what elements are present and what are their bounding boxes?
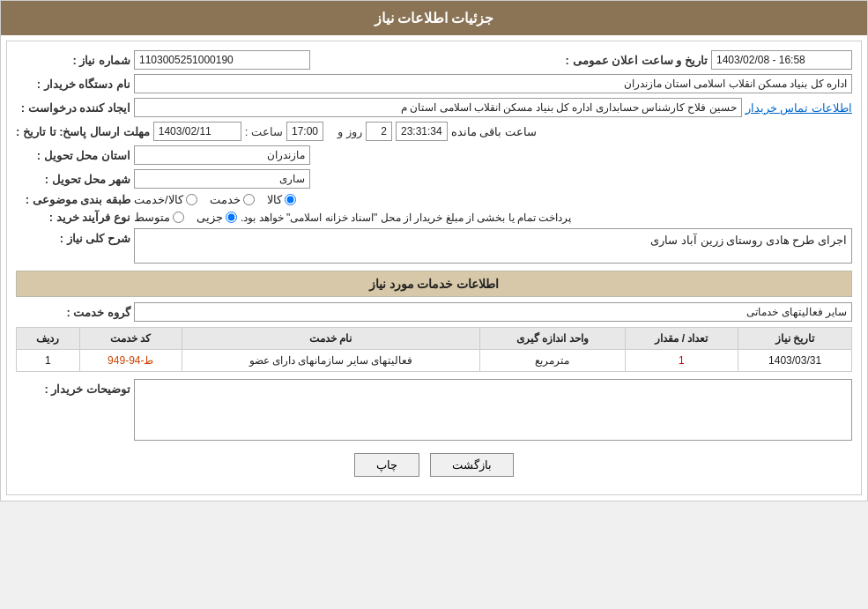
row-sharhKoli: شرح کلی نیاز : اجرای طرح هادی روستای زری… [16, 228, 852, 264]
countdown-value: 23:31:34 [396, 122, 448, 141]
row-namDasgah: نام دستگاه خریدار : اداره کل بنیاد مسکن … [16, 74, 852, 93]
col-kodKhedmat: کد خدمت [79, 328, 182, 350]
section-khadamat-title: اطلاعات خدمات مورد نیاز [16, 271, 852, 297]
cell-radif: 1 [17, 350, 80, 372]
cell-tedad: 1 [625, 350, 738, 372]
sharhKoli-box: اجرای طرح هادی روستای زرین آباد ساری [134, 228, 852, 264]
roz-label: روز و [327, 125, 362, 138]
row-shomareNiaz: شماره نیاز : 1103005251000190 تاریخ و سا… [16, 50, 852, 70]
row-tosih: توضیحات خریدار : [16, 379, 852, 441]
row-mohlatIrsal: مهلت ارسال پاسخ: تا تاریخ : 1403/02/11 س… [16, 122, 852, 141]
cell-namKhedmat: فعالیتهای سایر سازمانهای دارای عضو [182, 350, 479, 372]
radio-kalaKhedmat-label: کالا/خدمت [134, 193, 183, 206]
col-vahed: واحد اندازه گیری [479, 328, 625, 350]
radio-khedmat: خدمت [210, 193, 255, 206]
groheKhadamat-value: سایر فعالیتهای خدماتی [134, 302, 852, 322]
services-table: تاریخ نیاز تعداد / مقدار واحد اندازه گیر… [16, 327, 852, 372]
saat-label: ساعت : [245, 125, 283, 138]
ijadKonande-label: ایجاد کننده درخواست : [16, 101, 130, 115]
row-ostan: استان محل تحویل : مازندران [16, 145, 852, 165]
mohlatIrsal-label: مهلت ارسال پاسخ: تا تاریخ : [16, 125, 150, 138]
ostan-label: استان محل تحویل : [16, 149, 130, 162]
groheKhadamat-label: گروه خدمت : [16, 306, 130, 319]
radio-jozi-input[interactable] [226, 212, 237, 223]
row-shahr: شهر محل تحویل : ساری [16, 169, 852, 189]
row-tabaghe: طبقه بندی موضوعی : کالا/خدمت خدمت کالا [16, 193, 852, 206]
tarikh2-value: 1403/02/11 [153, 122, 241, 141]
radio-kala-input[interactable] [285, 194, 296, 205]
tarikh-label: تاریخ و ساعت اعلان عمومی : [549, 54, 708, 67]
radio-jozi: جزیی [197, 211, 237, 224]
radio-kalaKhedmat: کالا/خدمت [134, 193, 197, 206]
table-row: 1403/03/31 1 مترمربع فعالیتهای سایر سازم… [17, 350, 852, 372]
page-header: جزئیات اطلاعات نیاز [1, 1, 867, 35]
col-radif: ردیف [17, 328, 80, 350]
radio-kalaKhedmat-input[interactable] [186, 194, 197, 205]
tarikh-value: 1403/02/08 - 16:58 [711, 50, 852, 70]
noeFarayand-note: پرداخت تمام یا بخشی از مبلغ خریدار از مح… [241, 212, 571, 224]
shomareNiaz-label: شماره نیاز : [16, 54, 130, 67]
radio-mottaset: متوسط [134, 211, 184, 224]
sharhKoli-value: اجرای طرح هادی روستای زرین آباد ساری [650, 234, 847, 247]
farayand-radios: متوسط جزیی [134, 211, 237, 224]
radio-mottaset-label: متوسط [134, 211, 170, 224]
page-title: جزئیات اطلاعات نیاز [375, 11, 494, 26]
saat-value: 17:00 [286, 122, 323, 141]
print-button[interactable]: چاپ [354, 453, 419, 477]
back-button[interactable]: بازگشت [430, 453, 514, 477]
col-tarikh: تاریخ نیاز [738, 328, 852, 350]
radio-kala-label: کالا [267, 193, 282, 206]
main-content: شماره نیاز : 1103005251000190 تاریخ و سا… [6, 41, 862, 495]
button-row: بازگشت چاپ [16, 453, 852, 477]
tosihKharidar-textarea[interactable] [134, 379, 852, 441]
tabaghe-label: طبقه بندی موضوعی : [16, 193, 130, 206]
row-ijadKonande: ایجاد کننده درخواست : حسین فلاح کارشناس … [16, 98, 852, 117]
cell-vahed: مترمربع [479, 350, 625, 372]
row-noeFarayand: نوع فرآیند خرید : متوسط جزیی پرداخت تمام… [16, 211, 852, 224]
noeFarayand-label: نوع فرآیند خرید : [16, 211, 130, 224]
shahr-value: ساری [134, 169, 310, 189]
col-namKhedmat: نام خدمت [182, 328, 479, 350]
sharhKoli-label: شرح کلی نیاز : [16, 232, 130, 245]
ijadKonande-value: حسین فلاح کارشناس حسابداری اداره کل بنیا… [134, 98, 742, 117]
page-wrapper: جزئیات اطلاعات نیاز شماره نیاز : 1103005… [0, 0, 868, 501]
shahr-label: شهر محل تحویل : [16, 173, 130, 186]
shomareNiaz-value: 1103005251000190 [134, 50, 310, 70]
tabaghe-radios: کالا/خدمت خدمت کالا [134, 193, 296, 206]
cell-tarikh: 1403/03/31 [738, 350, 852, 372]
radio-khedmat-label: خدمت [210, 193, 241, 206]
ostan-value: مازندران [134, 145, 310, 165]
col-tedad: تعداد / مقدار [625, 328, 738, 350]
row-groheKhadamat: گروه خدمت : سایر فعالیتهای خدماتی [16, 302, 852, 322]
namDasgah-value: اداره کل بنیاد مسکن انقلاب اسلامی استان … [134, 74, 852, 93]
namDasgah-label: نام دستگاه خریدار : [16, 78, 130, 91]
radio-kala: کالا [267, 193, 296, 206]
radio-mottaset-input[interactable] [173, 212, 184, 223]
ijadKonande-link[interactable]: اطلاعات تماس خریدار [746, 101, 852, 115]
radio-jozi-label: جزیی [197, 211, 223, 224]
tosihKharidar-label: توضیحات خریدار : [16, 382, 130, 396]
roz-value: 2 [366, 122, 392, 141]
cell-kodKhedmat: ط-94-949 [79, 350, 182, 372]
radio-khedmat-input[interactable] [243, 194, 255, 205]
countdown-suffix: ساعت باقی مانده [451, 125, 537, 138]
